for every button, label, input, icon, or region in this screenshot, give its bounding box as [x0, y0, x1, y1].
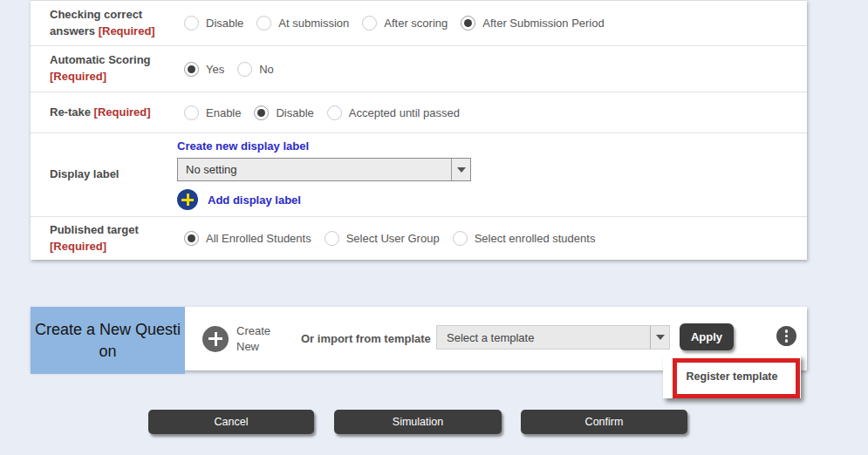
- radio-icon[interactable]: [327, 105, 342, 120]
- radio-group-checking: Disable At submission After scoring Afte…: [168, 16, 807, 31]
- radio-option-disable[interactable]: Disable: [184, 16, 243, 31]
- template-select-value: Select a template: [445, 331, 534, 344]
- register-template-menu-item[interactable]: Register template: [663, 355, 801, 398]
- radio-option-label: Disable: [276, 106, 313, 119]
- template-select[interactable]: Select a template: [436, 325, 670, 350]
- radio-option-no[interactable]: No: [237, 62, 274, 77]
- radio-option-label: After Submission Period: [482, 17, 604, 30]
- add-display-label-text: Add display label: [208, 194, 301, 207]
- radio-option-select-user-group[interactable]: Select User Group: [325, 231, 440, 246]
- radio-icon[interactable]: [453, 231, 468, 246]
- radio-icon[interactable]: [237, 62, 252, 77]
- required-marker: [Required]: [94, 105, 151, 119]
- row-published-target: Published target [Required] All Enrolled…: [31, 217, 807, 260]
- radio-group-retake: Enable Disable Accepted until passed: [168, 105, 807, 120]
- radio-option-yes[interactable]: Yes: [184, 62, 224, 77]
- cancel-button[interactable]: Cancel: [148, 410, 314, 434]
- radio-icon[interactable]: [256, 16, 271, 31]
- radio-icon-selected[interactable]: [461, 16, 475, 31]
- row-label: Display label: [31, 166, 168, 183]
- display-label-select[interactable]: No setting: [177, 158, 471, 181]
- label-text: Display label: [50, 167, 119, 180]
- create-new-label: Create New: [236, 323, 280, 354]
- radio-option-label: No: [259, 63, 274, 76]
- radio-option-label: Select User Group: [346, 232, 440, 245]
- radio-option-label: After scoring: [384, 17, 448, 30]
- required-marker: [Required]: [99, 24, 155, 37]
- row-label: Automatic Scoring [Required]: [31, 52, 168, 85]
- label-text: Automatic Scoring: [50, 53, 151, 66]
- apply-button[interactable]: Apply: [680, 323, 734, 350]
- radio-option-after-submission-period[interactable]: After Submission Period: [461, 16, 604, 31]
- add-display-label-button[interactable]: Add display label: [177, 189, 301, 210]
- create-new-display-label-link[interactable]: Create new display label: [177, 139, 309, 153]
- radio-option-label: Yes: [206, 63, 224, 76]
- quiz-settings-panel: Checking correct answers [Required] Disa…: [31, 0, 807, 260]
- radio-icon-selected[interactable]: [184, 231, 199, 246]
- radio-option-label: At submission: [278, 17, 349, 30]
- row-label: Re-take [Required]: [31, 105, 168, 121]
- row-checking-correct-answers: Checking correct answers [Required] Disa…: [31, 1, 807, 46]
- radio-option-disable[interactable]: Disable: [254, 105, 313, 120]
- radio-option-label: Select enrolled students: [475, 232, 596, 245]
- radio-icon[interactable]: [362, 16, 377, 31]
- radio-option-label: Accepted until passed: [349, 106, 460, 119]
- radio-option-enable[interactable]: Enable: [184, 105, 241, 120]
- radio-option-at-submission[interactable]: At submission: [256, 16, 349, 31]
- label-text: Re-take: [50, 105, 91, 119]
- caret-down-icon: [656, 335, 665, 340]
- radio-icon[interactable]: [184, 105, 199, 120]
- section-title: Create a New Question: [31, 307, 185, 374]
- radio-group-scoring: Yes No: [168, 62, 807, 77]
- radio-icon[interactable]: [184, 16, 199, 31]
- radio-option-label: Disable: [206, 17, 243, 30]
- radio-option-select-enrolled-students[interactable]: Select enrolled students: [453, 231, 596, 246]
- simulation-button[interactable]: Simulation: [334, 410, 502, 434]
- radio-option-label: Enable: [206, 106, 241, 119]
- kebab-menu-icon[interactable]: [776, 326, 796, 346]
- required-marker: [Required]: [50, 70, 106, 83]
- radio-option-accepted-until-passed[interactable]: Accepted until passed: [327, 105, 460, 120]
- dropdown-arrow-button[interactable]: [650, 326, 669, 349]
- create-new-button[interactable]: Create New: [202, 323, 280, 354]
- display-label-content: Create new display label No setting Add …: [168, 139, 807, 210]
- display-label-select-value: No setting: [186, 163, 237, 176]
- caret-down-icon: [457, 167, 466, 173]
- label-text: Published target: [50, 223, 139, 236]
- radio-option-all-enrolled-students[interactable]: All Enrolled Students: [184, 231, 311, 246]
- dropdown-arrow-button[interactable]: [451, 159, 470, 180]
- radio-icon[interactable]: [325, 231, 339, 246]
- row-label: Published target [Required]: [31, 222, 168, 255]
- radio-icon-selected[interactable]: [254, 105, 269, 120]
- plus-icon: [177, 189, 198, 210]
- plus-icon: [202, 326, 229, 352]
- radio-icon-selected[interactable]: [184, 62, 199, 77]
- row-retake: Re-take [Required] Enable Disable Accept…: [31, 92, 807, 133]
- radio-option-label: All Enrolled Students: [206, 232, 311, 245]
- row-display-label: Display label Create new display label N…: [31, 133, 807, 217]
- row-automatic-scoring: Automatic Scoring [Required] Yes No: [31, 46, 807, 92]
- required-marker: [Required]: [50, 240, 106, 253]
- radio-group-published: All Enrolled Students Select User Group …: [168, 231, 807, 246]
- import-from-template-label: Or import from template: [301, 332, 431, 345]
- row-label: Checking correct answers [Required]: [31, 7, 168, 40]
- confirm-button[interactable]: Confirm: [521, 410, 687, 434]
- radio-option-after-scoring[interactable]: After scoring: [362, 16, 448, 31]
